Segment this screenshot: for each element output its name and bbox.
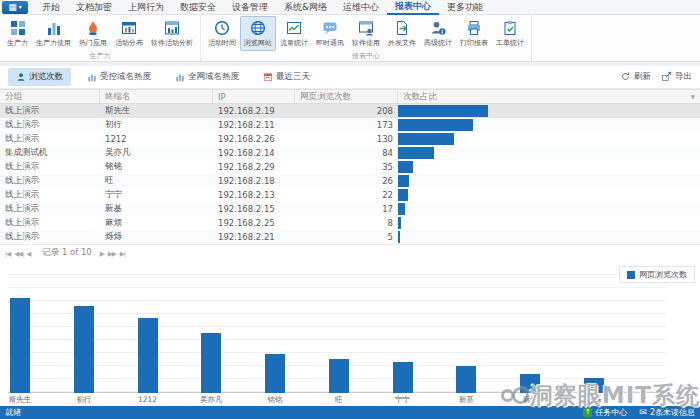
ribbon-button-bars[interactable]: 生产力使用 [32,16,75,51]
ratio-bar [398,147,434,159]
ip-cell: 192.168.2.26 [213,134,295,144]
ribbon-button-grid[interactable]: 生产力 [3,16,32,51]
ribbon-button-traffic[interactable]: 流量统计 [276,16,312,51]
chart-bar-slot: 初行 [74,306,94,393]
ribbon-button-clock[interactable]: 活动时间 [204,16,240,51]
ribbon-button-flame[interactable]: 热门应用 [75,16,111,51]
nav-right-buttons: ▶▶▶▶| [100,249,129,258]
app-menu-button[interactable]: ▦▾ [2,1,28,14]
group-cell: 线上演示 [0,133,100,145]
x-axis-label: 新基 [459,395,474,405]
ratio-bar-cell [398,118,700,132]
chart-bar[interactable] [74,306,94,393]
view-tab-2[interactable]: 受控域名热度 [79,68,159,86]
ribbon-groups: 生产力生产力使用热门应用活动分布软件活动分析生产力活动时间浏览网站流量统计即时通… [0,15,532,61]
clipboard-icon [502,19,518,37]
table-row[interactable]: 线上演示初行192.168.2.11173 [0,118,700,132]
nav-next-button-1[interactable]: ▶ [100,250,104,258]
chart-bar[interactable] [10,298,30,393]
view-tab-4[interactable]: 最近三天 [255,68,318,86]
chart-bar[interactable] [329,359,349,393]
ribbon-group-1: 生产力生产力使用热门应用活动分布软件活动分析生产力 [0,15,201,61]
table-row[interactable]: 集成测试机吴亦凡192.168.2.1484 [0,146,700,160]
column-header-4[interactable]: 网页浏览次数 [295,90,398,103]
ribbon-button-label: 软件活动分析 [151,38,193,48]
ip-cell: 192.168.2.14 [213,148,295,158]
nav-next-button-2[interactable]: ▶▶ [108,250,116,258]
menu-item-2[interactable]: 文档加密 [68,0,120,15]
chart-bar-slot: 吴亦凡 [201,333,221,393]
x-axis-label: 初行 [76,395,91,405]
chart-bar[interactable] [584,378,604,393]
ip-cell: 192.168.2.15 [213,204,295,214]
browse-count-table: 分组终端名IP网页浏览次数次数占比▼ 线上演示斯先生192.168.2.1920… [0,89,700,244]
refresh-button[interactable]: 刷新 [620,71,651,84]
table-row[interactable]: 线上演示新基192.168.2.1517 [0,202,700,216]
table-row[interactable]: 线上演示旺192.168.2.1826 [0,174,700,188]
chart-bar[interactable] [456,366,476,393]
menu-item-3[interactable]: 上网行为 [120,0,172,15]
group-cell: 线上演示 [0,105,100,117]
chart-bar-slot: 宁宁 [393,362,413,393]
ribbon: 生产力生产力使用热门应用活动分布软件活动分析生产力活动时间浏览网站流量统计即时通… [0,15,700,62]
table-row[interactable]: 线上演示烁烁192.168.2.215 [0,230,700,244]
menu-item-4[interactable]: 数据安全 [172,0,224,15]
x-axis-label: 铭铭 [268,395,283,405]
export-button[interactable]: 导出 [661,71,692,84]
menu-item-1[interactable]: 开始 [34,0,68,15]
view-tab-3[interactable]: 全网域名热度 [167,68,247,86]
ribbon-button-clipboard[interactable]: 工单统计 [492,16,528,51]
table-row[interactable]: 线上演示斯先生192.168.2.19208 [0,104,700,118]
nav-next-button-3[interactable]: ▶| [120,250,125,258]
terminal-cell: 宁宁 [100,189,213,201]
ribbon-button-userinfo[interactable]: 高级统计 [420,16,456,51]
x-axis-label: 1212 [138,395,157,404]
column-header-3[interactable]: IP [213,90,295,103]
nav-prev-button-2[interactable]: ◀◀ [14,250,22,258]
ratio-bar [398,217,401,229]
column-header-2[interactable]: 终端名 [100,90,213,103]
ribbon-button-label: 打印报表 [460,38,488,48]
nav-prev-button-1[interactable]: |◀ [5,250,10,258]
column-header-1[interactable]: 分组 [0,90,100,103]
ribbon-group-label: 报表中心 [204,51,528,61]
chart-bar[interactable] [201,333,221,393]
table-row[interactable]: 线上演示宁宁192.168.2.1322 [0,188,700,202]
ribbon-button-globe[interactable]: 浏览网站 [240,16,276,51]
table-row[interactable]: 线上演示1212192.168.2.26130 [0,132,700,146]
ribbon-buttons-row: 生产力生产力使用热门应用活动分布软件活动分析 [3,16,197,51]
ribbon-button-docout[interactable]: 外发文件 [384,16,420,51]
chart-bar[interactable] [265,354,285,393]
ratio-bar [398,189,408,201]
menu-item-6[interactable]: 系统&网络 [276,0,335,15]
menu-item-9[interactable]: 更多功能 [439,0,491,15]
ribbon-button-appuse[interactable]: 软件使用 [348,16,384,51]
count-cell: 17 [295,204,398,214]
menu-item-5[interactable]: 设备管理 [224,0,276,15]
table-row[interactable]: 线上演示铭铭192.168.2.2935 [0,160,700,174]
column-header-5[interactable]: 次数占比▼ [398,90,700,103]
ratio-bar-cell [398,160,700,174]
menu-bar: ▦▾ 开始文档加密上网行为数据安全设备管理系统&网络运维中心报表中心更多功能 [0,0,700,15]
menu-item-7[interactable]: 运维中心 [335,0,387,15]
table-row[interactable]: 线上演示麻烦192.168.2.258 [0,216,700,230]
ribbon-button-winbars[interactable]: 活动分布 [111,16,147,51]
chart-bar[interactable] [138,318,158,393]
printer-icon [466,19,482,37]
task-center-button[interactable]: ↑ 任务中心 [583,407,627,418]
menu-item-8[interactable]: 报表中心 [387,0,439,15]
nav-prev-button-3[interactable]: ◀ [26,250,30,258]
ribbon-button-printer[interactable]: 打印报表 [456,16,492,51]
ribbon-button-chat[interactable]: 即时通讯 [312,16,348,51]
chart-bar[interactable] [520,374,540,393]
group-cell: 线上演示 [0,203,100,215]
terminal-cell: 麻烦 [100,217,213,229]
filter-dropdown-icon[interactable]: ▼ [690,93,695,100]
unread-messages-button[interactable]: ✉ 2条未读信息 [639,407,695,418]
ribbon-button-calbars[interactable]: 软件活动分析 [147,16,197,51]
view-tab-1[interactable]: 浏览次数 [8,68,71,86]
calendar-red-icon [263,72,273,82]
x-axis-label: 吴亦凡 [200,395,223,405]
chart-bar[interactable] [393,362,413,393]
view-tab-label: 受控域名热度 [100,71,151,83]
